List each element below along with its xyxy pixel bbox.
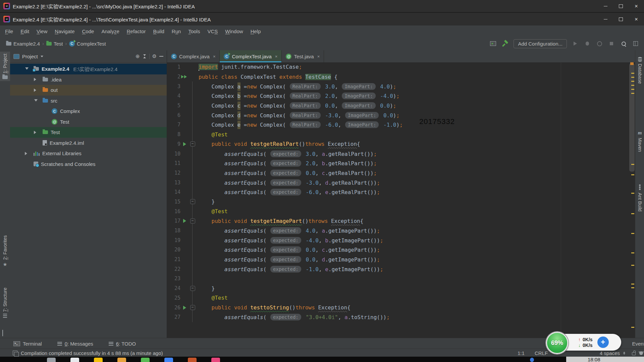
run-button-disabled[interactable]	[572, 40, 579, 47]
toolwindow-button-database[interactable]: Database	[635, 55, 644, 86]
menu-item-view[interactable]: View	[33, 28, 51, 34]
code-line-16[interactable]: 16 @Test	[167, 206, 635, 216]
code-line-9[interactable]: 9− public void testgetRealPart()throws E…	[167, 139, 635, 149]
close-button[interactable]: ✕	[629, 0, 644, 12]
menu-item-analyze[interactable]: Analyze	[98, 28, 123, 34]
menu-item-build[interactable]: Build	[149, 28, 168, 34]
fold-toggle-icon[interactable]: −	[189, 286, 196, 291]
tree-collapsed-arrow-icon[interactable]	[23, 152, 31, 155]
tree-node--idea[interactable]: .idea	[10, 74, 167, 85]
profile-button-disabled[interactable]	[596, 40, 603, 47]
tree-expanded-arrow-icon[interactable]	[32, 98, 40, 103]
fold-toggle-icon[interactable]: −	[189, 141, 196, 146]
code-line-25[interactable]: 25 @Test	[167, 293, 635, 303]
code-line-2[interactable]: 2public class ComplexTest extends TestCa…	[167, 72, 635, 82]
breadcrumb-item-example2.4[interactable]: Example2.4	[6, 41, 40, 47]
toolwindow-button-6-todo[interactable]: 6: TODO	[109, 341, 136, 347]
code-line-7[interactable]: 7 Complex e =new Complex( RealPart: -6.0…	[167, 120, 635, 130]
menu-item-window[interactable]: Window	[221, 28, 247, 34]
expand-status-chevron[interactable]	[623, 349, 625, 357]
tree-collapsed-arrow-icon[interactable]	[32, 131, 40, 134]
tree-node-example2-4[interactable]: Example2.4E:\实验\Example2.4	[10, 64, 167, 74]
menu-item-run[interactable]: Run	[168, 28, 185, 34]
toolwindow-button-1-project[interactable]: 1: Project	[0, 52, 10, 81]
menu-item-edit[interactable]: Edit	[17, 28, 33, 34]
code-line-11[interactable]: 11 assertEquals( expected: 2.0, b.getRea…	[167, 159, 635, 168]
windows-taskbar[interactable]: 18:08	[0, 357, 644, 362]
tree-node-scratches-and-consoles[interactable]: Scratches and Consoles	[10, 159, 167, 170]
code-line-13[interactable]: 13 assertEquals( expected: -3.0, d.getRe…	[167, 178, 635, 187]
code-line-26[interactable]: 26− public void testtoString()throws Exc…	[167, 303, 635, 312]
tree-node-src[interactable]: src	[10, 96, 167, 106]
editor-tab-complextest-java[interactable]: CComplexTest.java×	[220, 50, 282, 62]
hide-panel-button[interactable]	[159, 56, 163, 57]
toolwindow-button-2-favorites[interactable]: 2: Favorites★	[0, 233, 10, 269]
tree-node-out[interactable]: out	[10, 85, 167, 96]
run-gutter-icon[interactable]	[180, 142, 189, 146]
menu-item-vcs[interactable]: VCS	[204, 28, 221, 34]
toolwindow-button-maven[interactable]: mMaven	[635, 128, 644, 154]
breadcrumb-item-test[interactable]: Test	[46, 41, 63, 47]
code-line-20[interactable]: 20 assertEquals( expected: 0.0, c.getIma…	[167, 245, 635, 255]
tray-icon[interactable]	[530, 358, 534, 362]
toolwindow-button-0-messages[interactable]: 0: Messages	[57, 341, 93, 347]
taskbar-app-icon[interactable]	[94, 358, 103, 362]
tree-collapsed-arrow-icon[interactable]	[32, 88, 40, 92]
fold-toggle-icon[interactable]: −	[189, 219, 196, 224]
code-line-23[interactable]: 23	[167, 274, 635, 284]
fold-toggle-icon[interactable]: −	[189, 305, 196, 310]
code-line-15[interactable]: 15− }	[167, 197, 635, 207]
tree-node-test[interactable]: Test	[10, 127, 167, 138]
tree-node-complex[interactable]: CComplex	[10, 106, 167, 117]
menu-item-help[interactable]: Help	[247, 28, 265, 34]
add-configuration-button[interactable]: Add Configuration...	[514, 39, 567, 48]
code-line-10[interactable]: 10 assertEquals( expected: 3.0, a.getRea…	[167, 149, 635, 159]
settings-gear-button[interactable]: ⚙	[152, 53, 157, 59]
tree-collapsed-arrow-icon[interactable]	[32, 78, 40, 81]
project-panel-title[interactable]: Project	[22, 54, 38, 59]
taskbar-app-icon[interactable]	[47, 358, 56, 362]
tree-node-test[interactable]: @Test	[10, 117, 167, 127]
taskbar-clock[interactable]: 18:08	[588, 357, 600, 362]
code-line-4[interactable]: 4 Complex b =new Complex( RealPart: 2.0,…	[167, 91, 635, 101]
fold-toggle-icon[interactable]: −	[189, 199, 196, 204]
readonly-lock-widget[interactable]	[632, 349, 636, 357]
build-hammer-icon[interactable]	[501, 40, 509, 47]
debug-button-disabled[interactable]	[584, 40, 591, 47]
menu-item-refactor[interactable]: Refactor	[123, 28, 150, 34]
menu-item-tools[interactable]: Tools	[184, 28, 204, 34]
stop-button-disabled[interactable]	[608, 40, 615, 47]
code-line-14[interactable]: 14 assertEquals( expected: -6.0, e.getRe…	[167, 187, 635, 197]
code-line-6[interactable]: 6 Complex d =new Complex( RealPart: -3.0…	[167, 110, 635, 120]
taskbar-app-icon[interactable]	[117, 358, 126, 362]
code-line-3[interactable]: 3 Complex a =new Complex( RealPart: 3.0,…	[167, 81, 635, 91]
tab-close-icon[interactable]: ×	[275, 54, 278, 59]
widget-plus-button[interactable]: +	[597, 337, 609, 348]
collapse-all-button[interactable]	[143, 54, 147, 58]
code-line-5[interactable]: 5 Complex c =new Complex( RealPart: 0.0,…	[167, 101, 635, 111]
highlighting-level-widget[interactable]	[639, 349, 643, 357]
editor-tab-complex-java[interactable]: CComplex.java×	[167, 50, 220, 62]
code-line-12[interactable]: 12 assertEquals( expected: 0.0, c.getRea…	[167, 168, 635, 178]
caret-position-widget[interactable]: 1:1	[518, 349, 525, 357]
window-titlebar-background[interactable]: IJ Example2.2 [E:\实验\Example2.2] - ...\s…	[0, 0, 644, 13]
taskbar-app-icon[interactable]	[141, 358, 150, 362]
search-everywhere-button[interactable]	[620, 40, 627, 47]
close-button[interactable]: ✕	[629, 13, 644, 25]
tree-node-external-libraries[interactable]: External Libraries	[10, 148, 167, 159]
taskbar-app-icon[interactable]	[70, 358, 79, 362]
code-line-21[interactable]: 21 assertEquals( expected: 0.0, d.getIma…	[167, 255, 635, 264]
taskbar-app-icon[interactable]	[211, 358, 220, 362]
run-gutter-icon[interactable]	[180, 306, 189, 310]
code-line-24[interactable]: 24− }	[167, 284, 635, 293]
minimize-button[interactable]	[598, 13, 613, 25]
event-log-button[interactable]: Event Log	[632, 338, 644, 349]
tree-expanded-arrow-icon[interactable]	[23, 66, 31, 71]
code-line-18[interactable]: 18 assertEquals( expected: 4.0, a.getIma…	[167, 226, 635, 236]
editor-scrollbar-stripe[interactable]	[629, 50, 635, 338]
minimize-button[interactable]	[598, 0, 613, 12]
code-editor[interactable]: 1import junit.framework.TestCase;2public…	[167, 62, 635, 322]
tab-close-icon[interactable]: ×	[317, 54, 320, 59]
code-line-19[interactable]: 19 assertEquals( expected: -4.0, b.getIm…	[167, 235, 635, 245]
locate-file-button[interactable]: ⊕	[136, 53, 140, 59]
